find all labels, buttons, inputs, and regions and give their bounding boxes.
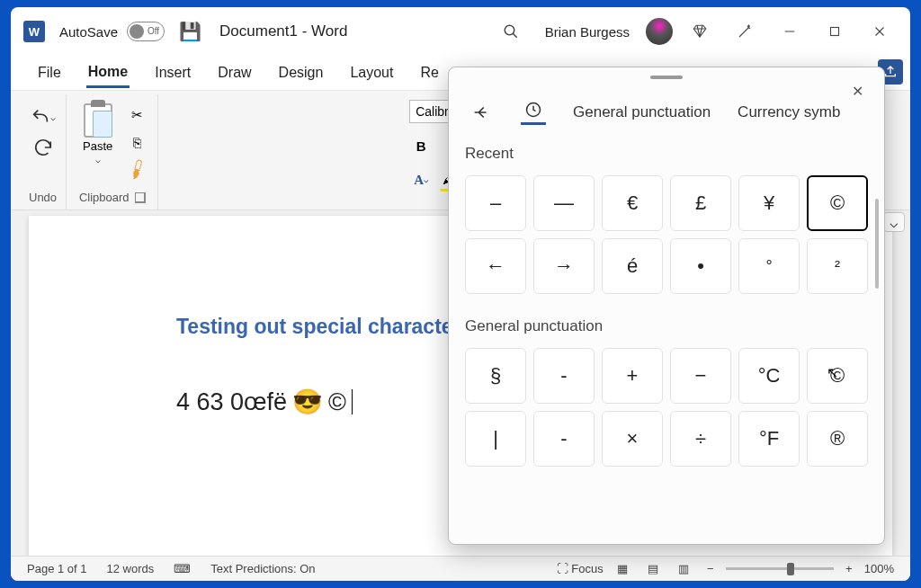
tab-file[interactable]: File [36,59,63,86]
status-page[interactable]: Page 1 of 1 [27,562,87,575]
status-predictions[interactable]: Text Predictions: On [210,562,315,575]
spellcheck-icon[interactable]: ⌨ [174,562,191,575]
text-effects-button[interactable]: A ⌵ [409,168,433,192]
clipboard-icon [84,103,112,138]
symbol-section[interactable]: § [465,348,526,404]
panel-back-button[interactable] [469,100,494,125]
text-cursor [352,389,353,414]
user-name: Brian Burgess [545,24,630,40]
tab-insert[interactable]: Insert [153,59,192,86]
symbol-copyright-2[interactable]: © [807,348,868,404]
format-painter-button[interactable]: 🖌 [121,153,154,185]
zoom-in-button[interactable]: + [841,562,857,575]
paste-button[interactable]: Paste ⌵ [76,100,120,168]
zoom-level[interactable]: 100% [864,562,894,575]
svg-rect-3 [831,28,839,36]
symbol-superscript-2[interactable]: ² [807,238,868,294]
tab-references[interactable]: Re [418,59,440,86]
status-words[interactable]: 12 words [107,562,155,575]
maximize-button[interactable] [817,13,853,49]
symbol-em-dash[interactable]: — [533,175,595,231]
panel-recent-tab[interactable] [521,100,546,125]
symbol-arrow-left[interactable]: ← [465,238,526,294]
clipboard-dialog-launcher[interactable] [135,192,146,203]
recent-section-title: Recent [465,145,868,163]
symbol-copyright[interactable]: © [807,175,868,231]
read-mode-icon[interactable]: ▦ [611,560,634,578]
redo-button[interactable] [31,136,55,159]
avatar[interactable] [646,18,673,45]
symbol-registered[interactable]: ® [807,411,868,467]
panel-scrollbar[interactable] [875,199,879,289]
symbol-panel: ✕ General punctuation Currency symb Rece… [448,67,885,545]
print-layout-icon[interactable]: ▤ [641,560,665,578]
autosave-toggle[interactable]: Off [127,22,165,41]
panel-close-button[interactable]: ✕ [846,80,868,102]
document-title: Document1 - Word [219,22,347,40]
symbol-en-dash[interactable]: – [465,175,526,231]
group-undo-label: Undo [29,187,57,208]
symbol-fahrenheit[interactable]: °F [738,411,800,467]
recent-symbols-grid: – — € £ ¥ © ← → é • ° ² [465,175,868,294]
minimize-button[interactable] [772,13,808,49]
symbol-celsius[interactable]: °C [738,348,800,404]
symbol-arrow-right[interactable]: → [533,238,595,294]
focus-mode-button[interactable]: ⛶ Focus [557,562,604,575]
undo-button[interactable]: ⌵ [31,105,56,129]
symbol-divide[interactable]: ÷ [670,411,731,467]
general-punctuation-grid: § - + − °C © | - × ÷ °F ® [465,348,868,467]
ribbon-collapse-chevron[interactable]: ⌵ [883,212,905,232]
bold-button[interactable]: B [409,134,433,157]
symbol-minus[interactable]: − [670,348,731,404]
autosave-label: AutoSave [59,24,118,40]
symbol-pound[interactable]: £ [670,175,731,231]
save-icon[interactable]: 💾 [179,21,201,42]
tab-draw[interactable]: Draw [216,59,253,86]
web-layout-icon[interactable]: ▥ [672,560,695,578]
tab-design[interactable]: Design [277,59,326,86]
symbol-hyphen-2[interactable]: - [533,411,595,467]
symbol-pipe[interactable]: | [465,411,526,467]
word-app-icon: W [23,21,45,42]
svg-point-0 [505,25,514,35]
symbol-plus[interactable]: + [602,348,663,404]
symbol-e-acute[interactable]: é [602,238,663,294]
panel-drag-handle[interactable] [449,67,884,87]
sunglasses-emoji: 😎 [292,388,323,416]
panel-category-general[interactable]: General punctuation [573,103,711,121]
symbol-yen[interactable]: ¥ [738,175,800,231]
close-button[interactable] [862,13,898,49]
copy-button[interactable]: ⎘ [125,130,148,154]
symbol-multiply[interactable]: × [602,411,663,467]
symbol-bullet[interactable]: • [670,238,731,294]
symbol-hyphen[interactable]: - [533,348,595,404]
tab-home[interactable]: Home [86,58,130,88]
symbol-degree[interactable]: ° [738,238,800,294]
zoom-out-button[interactable]: − [702,562,719,575]
panel-category-currency[interactable]: Currency symb [738,103,840,121]
title-bar: W AutoSave Off 💾 Document1 - Word Brian … [11,7,910,56]
cut-button[interactable]: ✂ [125,103,148,127]
search-icon[interactable] [493,13,529,49]
tab-layout[interactable]: Layout [348,59,395,86]
zoom-slider[interactable] [726,567,834,570]
group-clipboard-label: Clipboard [79,191,130,204]
status-bar: Page 1 of 1 12 words ⌨ Text Predictions:… [11,556,910,581]
diamond-icon[interactable] [682,13,718,49]
general-punctuation-title: General punctuation [465,317,868,335]
symbol-euro[interactable]: € [602,175,663,231]
wand-icon[interactable] [727,13,763,49]
svg-line-1 [513,33,517,38]
